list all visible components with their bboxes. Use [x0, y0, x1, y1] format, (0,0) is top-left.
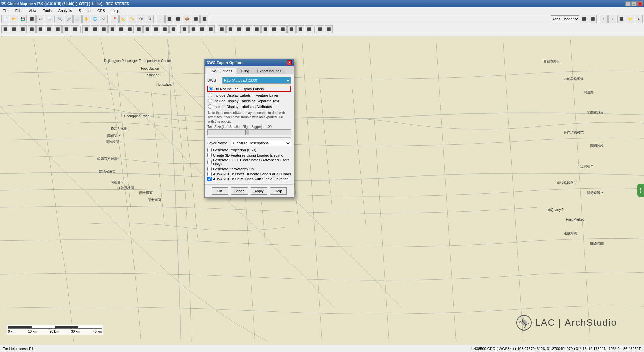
shader-btn2[interactable]: ⬛	[589, 15, 597, 23]
btn-22[interactable]: ⬛	[192, 15, 200, 23]
radio-no-display-labels[interactable]: Do Not Include Display Labels	[207, 86, 291, 92]
tb2-30[interactable]: ⬛	[261, 25, 269, 33]
btn-nav5[interactable]: ▲	[635, 15, 643, 23]
btn-18[interactable]: →	[157, 15, 165, 23]
shader-btn1[interactable]: ⬛	[580, 15, 588, 23]
btn-21[interactable]: 📦	[183, 15, 191, 23]
help-button[interactable]: Help	[270, 187, 287, 195]
tb2-27[interactable]: ⬛	[235, 25, 243, 33]
checkbox-zero-width-input[interactable]	[207, 167, 212, 171]
tb2-17[interactable]: ⬛	[143, 25, 151, 33]
menu-edit[interactable]: Edit	[14, 8, 23, 13]
tb2-18[interactable]: ⬛	[152, 25, 160, 33]
zoom-out[interactable]: 🔎	[65, 15, 73, 23]
menu-view[interactable]: View	[27, 8, 38, 13]
tb2-21[interactable]: ⬛	[180, 25, 189, 33]
btn-nav2[interactable]: ↓	[608, 15, 616, 23]
ok-button[interactable]: OK	[212, 187, 228, 195]
slider-track[interactable]	[207, 129, 291, 135]
tb2-9[interactable]: ⬛	[71, 25, 79, 33]
radio-separate-text-input[interactable]	[208, 99, 212, 103]
menu-tools[interactable]: Tools	[42, 8, 53, 13]
tb2-15[interactable]: ⬛	[126, 25, 134, 33]
save-btn[interactable]: 💾	[19, 15, 27, 23]
minimize-button[interactable]: ─	[625, 1, 631, 6]
dialog-close-button[interactable]: ✕	[287, 60, 292, 65]
btn-19[interactable]: ⬛	[165, 15, 173, 23]
tab-export-bounds[interactable]: Export Bounds	[254, 68, 285, 74]
menu-analysis[interactable]: Analysis	[57, 8, 73, 13]
tb2-33[interactable]: ⬛	[287, 25, 296, 33]
btn-20[interactable]: ⬛	[174, 15, 182, 23]
tb2-14[interactable]: ⬛	[117, 25, 125, 33]
apply-button[interactable]: Apply	[251, 187, 267, 195]
cancel-button[interactable]: Cancel	[231, 187, 248, 195]
menu-search[interactable]: Search	[77, 8, 92, 13]
checkbox-zero-width[interactable]: Generate Zero-Width Lin	[207, 167, 291, 171]
new-btn[interactable]: 📄	[1, 15, 9, 23]
tb2-29[interactable]: ⬛	[253, 25, 261, 33]
open-btn[interactable]: 📂	[10, 15, 18, 23]
green-panel-button[interactable]: )	[637, 184, 644, 197]
tb2-26[interactable]: ⬛	[226, 25, 234, 33]
tb2-11[interactable]: ⬛	[91, 25, 99, 33]
tb2-10[interactable]: ⬛	[82, 25, 90, 33]
tab-dwg-options[interactable]: DWG Options	[206, 68, 236, 74]
checkbox-ecef-input[interactable]	[207, 160, 212, 164]
tb2-1[interactable]: ⬛	[1, 25, 9, 33]
tb2-6[interactable]: ⬛	[45, 25, 53, 33]
btn-23[interactable]: ⬛	[200, 15, 208, 23]
tb2-23[interactable]: ⬛	[198, 25, 206, 33]
checkbox-projection[interactable]: Generate Projection (PRJ)	[207, 148, 291, 152]
radio-attributes-input[interactable]	[208, 104, 212, 109]
btn-16[interactable]: 🗺	[137, 15, 145, 23]
tb2-13[interactable]: ⬛	[108, 25, 116, 33]
checkbox-truncate[interactable]: ADVANCED: Don't Truncate Labels at 31 Ch…	[207, 172, 291, 176]
checkbox-ecef[interactable]: Generate ECEF Coordinates (Advanced User…	[207, 158, 291, 166]
checkbox-projection-input[interactable]	[207, 148, 212, 152]
map-area[interactable]: Dujiangyan Passenger Transportation Cent…	[0, 36, 644, 345]
close-button[interactable]: ✕	[637, 1, 643, 6]
radio-no-labels-input[interactable]	[209, 87, 213, 91]
menu-file[interactable]: File	[1, 8, 10, 13]
tb2-16[interactable]: ⬛	[135, 25, 143, 33]
checkbox-truncate-input[interactable]	[207, 172, 212, 176]
tb2-24[interactable]: ⬛	[207, 25, 215, 33]
tb2-35[interactable]: ⬛	[305, 25, 313, 33]
btn-4[interactable]: ⬛	[28, 15, 36, 23]
tb2-12[interactable]: ⬛	[100, 25, 108, 33]
tb2-25[interactable]: ⬛	[218, 25, 226, 33]
window-controls[interactable]: ─ □ ✕	[625, 1, 643, 6]
slider-thumb[interactable]	[245, 130, 249, 135]
tab-tiling[interactable]: Tiling	[237, 68, 253, 74]
btn-nav4[interactable]: ⭐	[626, 15, 634, 23]
tb2-37[interactable]: ⬛	[325, 25, 333, 33]
btn-5[interactable]: 🖨	[36, 15, 44, 23]
checkbox-single-elevation-input[interactable]	[207, 177, 212, 181]
layer-name-select[interactable]: <Feature Description> <Layer Name> <Feat…	[231, 140, 291, 146]
zoom-rect[interactable]: ⬜	[73, 15, 82, 23]
btn-14[interactable]: 📐	[119, 15, 127, 23]
maximize-button[interactable]: □	[631, 1, 637, 6]
btn-15[interactable]: 📏	[128, 15, 136, 23]
tb2-3[interactable]: ⬛	[19, 25, 27, 33]
checkbox-single-elevation[interactable]: ADVANCED: Save Lines with Single Elevati…	[207, 177, 291, 181]
tb2-7[interactable]: ⬛	[54, 25, 62, 33]
tb2-34[interactable]: ⬛	[296, 25, 304, 33]
btn-nav1[interactable]: ↑	[600, 15, 608, 23]
btn-12[interactable]: ⟳	[100, 15, 108, 23]
radio-include-feature-layer[interactable]: Include Display Labels in Feature Layer	[207, 93, 291, 98]
shader-select[interactable]: Atlas Shader	[551, 15, 579, 23]
tb2-5[interactable]: ⬛	[36, 25, 44, 33]
btn-13[interactable]: 📍	[111, 15, 119, 23]
radio-attributes[interactable]: Include Display Labels as Attributes	[207, 104, 291, 109]
pan[interactable]: ✋	[82, 15, 90, 23]
dwg-version-select[interactable]: R15 (Autocad 2000) R12 R14 R2004 R2007 R…	[222, 77, 291, 84]
tb2-2[interactable]: ⬛	[10, 25, 18, 33]
tb2-28[interactable]: ⬛	[244, 25, 252, 33]
checkbox-3d-features-input[interactable]	[207, 153, 212, 157]
zoom-in[interactable]: 🔍	[56, 15, 64, 23]
radio-feature-layer-input[interactable]	[208, 93, 212, 97]
tb2-19[interactable]: ⬛	[161, 25, 169, 33]
tb2-20[interactable]: ⬛	[169, 25, 177, 33]
